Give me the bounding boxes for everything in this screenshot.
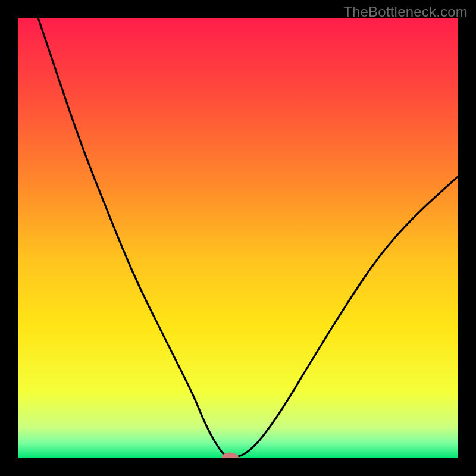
bottleneck-chart (0, 0, 476, 476)
chart-frame: TheBottleneck.com (0, 0, 476, 476)
watermark-text: TheBottleneck.com (343, 4, 468, 20)
optimal-marker (222, 452, 239, 462)
plot-background (18, 18, 458, 458)
